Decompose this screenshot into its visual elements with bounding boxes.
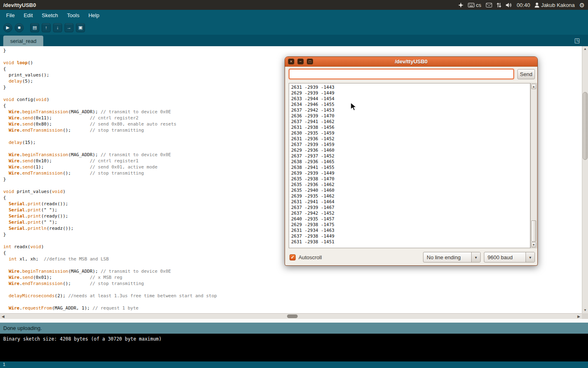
- keyboard-icon: [468, 3, 474, 7]
- upload-arrow-icon: →: [67, 25, 71, 30]
- mail-icon[interactable]: [486, 3, 492, 7]
- serial-monitor-window: × − □ /dev/ttyUSB0 Send 2631 -2939 -1443…: [285, 56, 538, 266]
- serial-data-line: 2631 -2941 -1464: [291, 199, 530, 205]
- scroll-down-icon[interactable]: ▼: [531, 242, 536, 247]
- serial-data-line: 2633 -2944 -1454: [291, 96, 530, 102]
- menu-edit[interactable]: Edit: [19, 11, 37, 20]
- serial-data-line: 2629 -2938 -1475: [291, 222, 530, 228]
- code-line: Wire.beginTransmission(MAG_ADDR); // tra…: [3, 268, 582, 274]
- serial-send-input[interactable]: [289, 69, 514, 79]
- menu-help[interactable]: Help: [84, 11, 104, 20]
- serial-window-titlebar[interactable]: × − □ /dev/ttyUSB0: [285, 57, 537, 67]
- tab-serial-read[interactable]: serial_read: [3, 36, 43, 46]
- serial-data-line: 2639 -2935 -1462: [291, 193, 530, 199]
- scrollbar-corner: [582, 313, 588, 319]
- serial-monitor-icon: ▣: [78, 25, 82, 30]
- save-down-arrow-icon: ↓: [56, 25, 59, 30]
- toolbar: ▶■▤↑↓→▣: [0, 20, 588, 35]
- serial-data-line: 2637 -2941 -1462: [291, 119, 530, 125]
- vertical-scrollbar-thumb[interactable]: [583, 92, 588, 160]
- baud-rate-select[interactable]: 9600 baud ▾: [484, 252, 535, 263]
- indicator-icon[interactable]: [458, 2, 463, 8]
- save-sketch-button[interactable]: ↓: [53, 23, 62, 32]
- keyboard-layout-indicator[interactable]: cs: [468, 2, 481, 8]
- scroll-down-icon[interactable]: ▼: [582, 309, 588, 312]
- autoscroll-label: Autoscroll: [298, 254, 322, 260]
- menu-tools[interactable]: Tools: [62, 11, 84, 20]
- menu-bar: FileEditSketchToolsHelp: [0, 10, 588, 20]
- scroll-up-icon[interactable]: ▲: [531, 84, 536, 89]
- new-sketch-button[interactable]: ▤: [30, 23, 39, 32]
- footer-bar: 1: [0, 361, 588, 368]
- serial-data-line: 2630 -2935 -1459: [291, 130, 530, 136]
- minimize-icon: −: [299, 60, 302, 64]
- tab-bar: serial_read ◳: [0, 35, 588, 46]
- open-sketch-button[interactable]: ↑: [42, 23, 51, 32]
- serial-data-line: 2631 -2934 -1463: [291, 228, 530, 233]
- line-ending-value: No line ending: [423, 254, 471, 260]
- session-gear-icon[interactable]: ⚙: [579, 2, 585, 8]
- system-tray: cs 00:40 Jakub Kakona ⚙: [458, 2, 585, 8]
- editor-horizontal-scrollbar[interactable]: ◀ ▶: [0, 313, 582, 319]
- serial-data-line: 2637 -2939 -1467: [291, 205, 530, 211]
- line-number: 1: [3, 362, 5, 367]
- menu-sketch[interactable]: Sketch: [37, 11, 62, 20]
- status-bar: Done uploading.: [0, 323, 588, 334]
- serial-data-line: 2629 -2936 -1460: [291, 148, 530, 153]
- close-button[interactable]: ×: [288, 58, 294, 65]
- serial-data-line: 2637 -2938 -1449: [291, 233, 530, 239]
- scroll-up-icon[interactable]: ▲: [582, 47, 588, 51]
- verify-button[interactable]: ▶: [3, 23, 12, 32]
- console-output: Binary sketch size: 4208 bytes (of a 307…: [0, 334, 588, 361]
- serial-scrollbar-thumb[interactable]: [531, 220, 536, 242]
- tab-menu-icon[interactable]: ◳: [573, 36, 581, 45]
- tab-label: serial_read: [10, 38, 36, 44]
- scroll-left-icon[interactable]: ◀: [2, 314, 4, 319]
- send-button[interactable]: Send: [517, 69, 535, 79]
- serial-data-line: 2637 -2942 -1452: [291, 211, 530, 216]
- scroll-right-icon[interactable]: ▶: [577, 314, 580, 319]
- horizontal-scrollbar-thumb[interactable]: [287, 314, 298, 318]
- desktop: /dev/ttyUSB0 cs 00:40 Jakub Kakona ⚙ Fil…: [0, 0, 588, 368]
- user-icon: [535, 2, 539, 8]
- network-arrows-icon[interactable]: [497, 2, 501, 8]
- volume-icon[interactable]: [506, 2, 512, 8]
- chevron-down-icon: ▾: [526, 252, 535, 262]
- code-line: }: [3, 47, 582, 54]
- serial-data-line: 2634 -2946 -1455: [291, 102, 530, 108]
- maximize-button[interactable]: □: [307, 58, 313, 65]
- chevron-down-icon: ▾: [471, 252, 480, 262]
- new-file-icon: ▤: [33, 25, 37, 30]
- autoscroll-checkbox[interactable]: ✓: [290, 254, 296, 260]
- maximize-icon: □: [309, 60, 311, 64]
- serial-data-line: 2631 -2936 -1452: [291, 136, 530, 142]
- code-line: Wire.endTransmission(); // stop transmit…: [3, 280, 582, 287]
- serial-data-line: 2637 -2942 -1453: [291, 108, 530, 113]
- status-text: Done uploading.: [3, 325, 42, 331]
- code-line: [3, 287, 582, 293]
- user-name: Jakub Kakona: [541, 2, 575, 8]
- user-menu[interactable]: Jakub Kakona: [535, 2, 575, 8]
- upload-button[interactable]: →: [65, 23, 74, 32]
- serial-data-line: 2631 -2938 -1456: [291, 125, 530, 130]
- focused-window-title: /dev/ttyUSB0: [3, 2, 36, 8]
- open-up-arrow-icon: ↑: [45, 25, 47, 30]
- stop-button[interactable]: ■: [15, 23, 24, 32]
- minimize-button[interactable]: −: [297, 58, 304, 65]
- editor-vertical-scrollbar[interactable]: ▲ ▼: [582, 46, 588, 313]
- serial-data-line: 2635 -2936 -1462: [291, 182, 530, 188]
- code-line: [3, 299, 582, 305]
- close-icon: ×: [290, 60, 292, 64]
- serial-output-scrollbar[interactable]: ▲ ▼: [530, 83, 537, 248]
- serial-data-line: 2638 -2936 -1465: [291, 159, 530, 165]
- menu-file[interactable]: File: [2, 11, 19, 20]
- serial-data-line: 2638 -2941 -1455: [291, 165, 530, 171]
- line-ending-select[interactable]: No line ending ▾: [423, 252, 481, 263]
- send-button-label: Send: [520, 71, 532, 77]
- serial-monitor-button[interactable]: ▣: [76, 23, 85, 32]
- baud-rate-value: 9600 baud: [484, 254, 526, 260]
- serial-data-line: 2637 -2937 -1452: [291, 153, 530, 159]
- serial-output-area[interactable]: 2631 -2939 -14432629 -2939 -14492633 -29…: [289, 83, 530, 248]
- clock[interactable]: 00:40: [517, 2, 530, 8]
- serial-data-line: 2635 -2938 -1470: [291, 176, 530, 182]
